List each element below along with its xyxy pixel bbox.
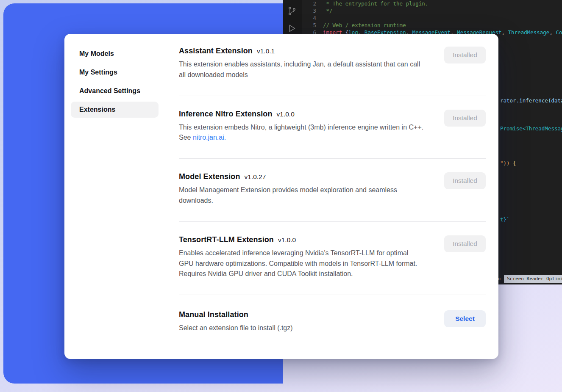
code-fragment: Promise<ThreadMessage> [500, 125, 562, 132]
extension-info: Assistant Extension v1.0.1 This extensio… [179, 47, 425, 80]
screen-reader-notice: Screen Reader Optimized [504, 275, 562, 283]
extension-info: Model Extension v1.0.27 Model Management… [179, 172, 425, 206]
extension-description: This extension enables assistants, inclu… [179, 59, 425, 80]
line-number: 3 [305, 8, 316, 14]
extension-version: v1.0.27 [245, 173, 266, 181]
code-line: 2 * The entrypoint for the plugin. [305, 0, 428, 7]
extension-title-line: Assistant Extension v1.0.1 [179, 47, 425, 55]
extension-version: v1.0.0 [277, 110, 295, 118]
extension-description: This extension embeds Nitro, a lightweig… [179, 122, 425, 144]
extension-row-inference-nitro: Inference Nitro Extension v1.0.0 This ex… [179, 96, 486, 159]
settings-sidebar: My Models My Settings Advanced Settings … [64, 34, 165, 359]
select-file-button[interactable]: Select [444, 310, 486, 327]
extension-description: Select an extension file to install (.tg… [179, 323, 293, 334]
extensions-list: Assistant Extension v1.0.1 This extensio… [165, 34, 498, 359]
extension-description: Model Management Extension provides mode… [179, 185, 425, 206]
extension-info: TensortRT-LLM Extension v1.0.0 Enables a… [179, 235, 425, 279]
line-number: 4 [305, 15, 316, 22]
extension-title-line: TensortRT-LLM Extension v1.0.0 [179, 235, 425, 244]
code-line: 5// Web / extension runtime [305, 22, 406, 29]
sidebar-item-my-models[interactable]: My Models [71, 46, 159, 62]
extension-row-tensorrt-llm: TensortRT-LLM Extension v1.0.0 Enables a… [179, 221, 486, 295]
sidebar-item-my-settings[interactable]: My Settings [71, 64, 159, 80]
nitro-jan-ai-link[interactable]: nitro.jan.ai. [193, 134, 226, 141]
extension-version: v1.0.1 [257, 47, 275, 55]
extension-title: Model Extension [179, 172, 240, 181]
installed-button[interactable]: Installed [444, 235, 486, 252]
code-fragment: t}` [500, 216, 510, 223]
extension-title-line: Manual Installation [179, 310, 293, 319]
installed-button[interactable]: Installed [444, 47, 486, 63]
extension-row-assistant: Assistant Extension v1.0.1 This extensio… [179, 46, 486, 96]
extension-version: v1.0.0 [278, 236, 296, 244]
editor-status-bar: go Screen Reader Optimized [495, 275, 562, 283]
extension-title: Inference Nitro Extension [179, 110, 273, 119]
code-fragment: rator.inference(data)); [500, 97, 562, 104]
installed-button[interactable]: Installed [444, 110, 486, 127]
extension-info: Inference Nitro Extension v1.0.0 This ex… [179, 110, 425, 144]
code-line: 4 [305, 15, 323, 22]
sidebar-item-advanced-settings[interactable]: Advanced Settings [71, 83, 159, 99]
settings-modal: My Models My Settings Advanced Settings … [64, 34, 498, 359]
extension-title-line: Inference Nitro Extension v1.0.0 [179, 110, 425, 119]
line-number: 5 [305, 22, 316, 29]
source-control-icon[interactable] [287, 6, 297, 18]
extension-title: TensortRT-LLM Extension [179, 235, 274, 244]
extension-title-line: Model Extension v1.0.27 [179, 172, 425, 181]
extension-title: Assistant Extension [179, 47, 253, 55]
extension-row-manual-installation: Manual Installation Select an extension … [179, 295, 486, 344]
code-line: 3 */ [305, 8, 333, 14]
extension-info: Manual Installation Select an extension … [179, 310, 293, 334]
line-number: 2 [305, 0, 316, 7]
extension-description: Enables accelerated inference leveraging… [179, 248, 425, 279]
sidebar-item-extensions[interactable]: Extensions [71, 102, 159, 118]
extension-row-model: Model Extension v1.0.27 Model Management… [179, 158, 486, 221]
extension-title: Manual Installation [179, 310, 248, 319]
code-fragment: ")) { [500, 160, 516, 167]
installed-button[interactable]: Installed [444, 172, 486, 189]
run-and-debug-icon[interactable] [287, 24, 296, 35]
